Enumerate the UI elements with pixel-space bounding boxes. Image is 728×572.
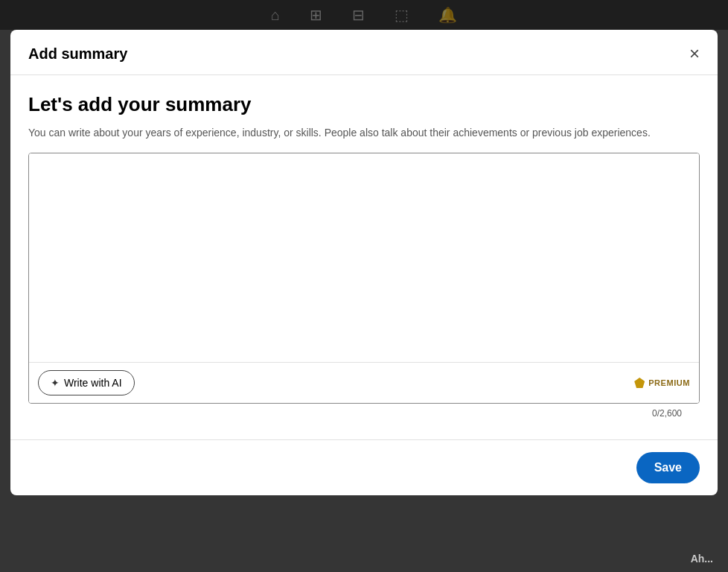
save-button[interactable]: Save [636,452,700,483]
char-count: 0/2,600 [28,404,700,428]
modal-overlay: Add summary × Let's add your summary You… [0,0,728,572]
write-with-ai-button[interactable]: ✦ Write with AI [38,370,135,395]
modal-body: Let's add your summary You can write abo… [10,75,718,439]
premium-label: PREMIUM [648,378,690,387]
write-ai-label: Write with AI [64,377,122,389]
section-description: You can write about your years of experi… [28,125,700,141]
section-title: Let's add your summary [28,93,700,116]
modal-header: Add summary × [10,30,718,75]
premium-badge: PREMIUM [634,378,690,388]
ai-star-icon: ✦ [51,377,60,389]
summary-textarea-wrapper: ✦ Write with AI PREMIUM [28,153,700,404]
modal-title: Add summary [28,45,127,63]
background-profile-label: Ah... [691,553,713,565]
add-summary-modal: Add summary × Let's add your summary You… [10,30,718,495]
summary-textarea[interactable] [29,153,699,362]
close-button[interactable]: × [689,45,700,63]
modal-footer: Save [10,439,718,495]
premium-gem-icon [634,378,645,388]
textarea-toolbar: ✦ Write with AI PREMIUM [29,362,699,403]
